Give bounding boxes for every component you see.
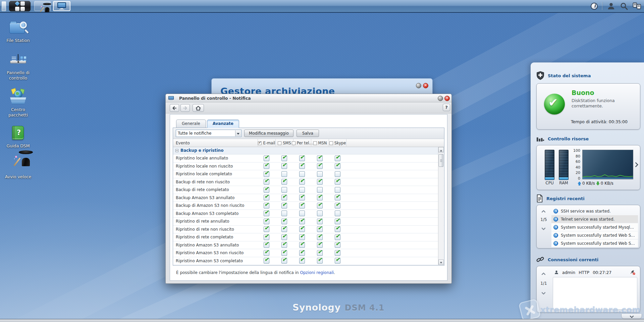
widgets-icon[interactable] bbox=[633, 2, 641, 10]
back-button[interactable] bbox=[170, 104, 179, 112]
desktop-icon-package-center[interactable]: Centro pacchetti bbox=[1, 89, 36, 118]
event-checkbox-checked[interactable] bbox=[264, 226, 269, 232]
event-checkbox-checked[interactable] bbox=[281, 179, 287, 185]
event-checkbox-checked[interactable] bbox=[281, 219, 287, 224]
notification-filter-select[interactable]: Tutte le notifiche bbox=[176, 130, 241, 137]
desktop-icon-control-panel[interactable]: Pannello di controllo bbox=[1, 54, 36, 81]
tab-generale[interactable]: Generale bbox=[176, 120, 206, 128]
event-checkbox-checked[interactable] bbox=[299, 234, 305, 240]
event-checkbox-checked[interactable] bbox=[335, 226, 340, 232]
event-checkbox-checked[interactable] bbox=[264, 211, 269, 216]
collapse-group-icon[interactable] bbox=[175, 149, 178, 152]
main-menu-button[interactable] bbox=[9, 1, 31, 11]
event-checkbox-unchecked[interactable] bbox=[335, 211, 340, 216]
event-checkbox-checked[interactable] bbox=[264, 242, 269, 248]
event-checkbox-checked[interactable] bbox=[264, 195, 269, 200]
event-checkbox-checked[interactable] bbox=[264, 219, 269, 224]
log-entry[interactable]: SSH service was started. bbox=[551, 207, 638, 215]
channel-column-header[interactable]: MSN bbox=[311, 139, 329, 147]
event-checkbox-checked[interactable] bbox=[317, 163, 323, 169]
event-checkbox-checked[interactable] bbox=[317, 179, 323, 185]
desktop-icon-quick-start[interactable]: Avvio veloce bbox=[1, 156, 36, 180]
event-checkbox-unchecked[interactable] bbox=[317, 171, 323, 177]
event-checkbox-checked[interactable] bbox=[264, 187, 269, 193]
scroll-down-icon[interactable] bbox=[438, 260, 444, 265]
channel-checkbox[interactable] bbox=[329, 141, 333, 145]
event-checkbox-checked[interactable] bbox=[335, 219, 340, 224]
connection-row[interactable]: admin HTTP 00:27:27 bbox=[554, 269, 635, 276]
event-checkbox-checked[interactable] bbox=[335, 203, 340, 209]
save-button[interactable]: Salva bbox=[297, 130, 319, 137]
page-down-icon[interactable] bbox=[541, 290, 546, 295]
event-checkbox-checked[interactable] bbox=[299, 195, 305, 200]
event-checkbox-checked[interactable] bbox=[317, 155, 323, 161]
event-checkbox-unchecked[interactable] bbox=[317, 187, 323, 193]
close-button[interactable] bbox=[423, 83, 428, 88]
event-checkbox-checked[interactable] bbox=[281, 242, 287, 248]
event-checkbox-unchecked[interactable] bbox=[317, 211, 323, 216]
log-entry[interactable]: System successfully started Mysql... bbox=[551, 223, 638, 231]
event-checkbox-checked[interactable] bbox=[264, 163, 269, 169]
user-icon[interactable] bbox=[607, 2, 615, 10]
event-checkbox-checked[interactable] bbox=[281, 226, 287, 232]
event-checkbox-checked[interactable] bbox=[299, 250, 305, 256]
channel-checkbox[interactable] bbox=[292, 141, 296, 145]
event-checkbox-unchecked[interactable] bbox=[335, 187, 340, 193]
event-checkbox-checked[interactable] bbox=[335, 195, 340, 200]
event-checkbox-checked[interactable] bbox=[317, 203, 323, 209]
event-checkbox-checked[interactable] bbox=[264, 258, 269, 264]
event-checkbox-checked[interactable] bbox=[317, 250, 323, 256]
channel-column-header[interactable]: Per tel... bbox=[293, 139, 311, 147]
page-up-icon[interactable] bbox=[541, 272, 546, 277]
event-checkbox-checked[interactable] bbox=[317, 242, 323, 248]
event-checkbox-checked[interactable] bbox=[299, 155, 305, 161]
event-checkbox-unchecked[interactable] bbox=[299, 187, 305, 193]
event-checkbox-checked[interactable] bbox=[335, 155, 340, 161]
event-checkbox-unchecked[interactable] bbox=[299, 211, 305, 216]
scrollbar-thumb[interactable] bbox=[439, 154, 443, 167]
home-button[interactable] bbox=[193, 104, 204, 112]
event-checkbox-checked[interactable] bbox=[264, 155, 269, 161]
event-checkbox-unchecked[interactable] bbox=[281, 211, 287, 216]
event-checkbox-checked[interactable] bbox=[335, 250, 340, 256]
close-button[interactable] bbox=[444, 96, 450, 101]
desktop-icon-dsm-help[interactable]: Guida DSM bbox=[1, 126, 36, 149]
minimize-button[interactable] bbox=[438, 96, 443, 101]
disconnect-icon[interactable] bbox=[630, 270, 635, 275]
channel-checkbox[interactable] bbox=[278, 141, 281, 145]
event-checkbox-checked[interactable] bbox=[281, 195, 287, 200]
chevron-down-icon[interactable] bbox=[235, 130, 241, 136]
event-checkbox-unchecked[interactable] bbox=[299, 171, 305, 177]
channel-column-header[interactable]: Skype bbox=[329, 139, 346, 147]
log-entry[interactable]: System successfully started Web S... bbox=[551, 231, 638, 239]
channel-column-header[interactable]: E-mail bbox=[258, 139, 275, 147]
page-up-icon[interactable] bbox=[541, 210, 546, 214]
show-desktop-button[interactable] bbox=[2, 1, 6, 11]
event-checkbox-checked[interactable] bbox=[264, 250, 269, 256]
event-checkbox-checked[interactable] bbox=[264, 203, 269, 209]
edit-message-button[interactable]: Modifica messaggio bbox=[244, 130, 293, 137]
log-entry[interactable]: System successfully started Web S... bbox=[551, 239, 638, 247]
event-checkbox-checked[interactable] bbox=[299, 163, 305, 169]
event-checkbox-checked[interactable] bbox=[335, 242, 340, 248]
event-checkbox-checked[interactable] bbox=[264, 179, 269, 185]
regional-options-link[interactable]: Opzioni regionali bbox=[300, 270, 334, 275]
event-checkbox-checked[interactable] bbox=[299, 258, 305, 264]
tab-avanzate[interactable]: Avanzate bbox=[207, 120, 239, 128]
event-checkbox-checked[interactable] bbox=[299, 203, 305, 209]
event-checkbox-checked[interactable] bbox=[264, 171, 269, 177]
event-checkbox-checked[interactable] bbox=[281, 234, 287, 240]
event-checkbox-checked[interactable] bbox=[281, 155, 287, 161]
event-checkbox-checked[interactable] bbox=[317, 258, 323, 264]
event-checkbox-checked[interactable] bbox=[335, 163, 340, 169]
event-checkbox-checked[interactable] bbox=[281, 163, 287, 169]
channel-column-header[interactable]: SMS bbox=[275, 139, 293, 147]
event-checkbox-checked[interactable] bbox=[317, 226, 323, 232]
event-checkbox-checked[interactable] bbox=[335, 234, 340, 240]
desktop-icon-file-station[interactable]: File Station bbox=[1, 21, 36, 43]
event-checkbox-checked[interactable] bbox=[299, 219, 305, 224]
event-checkbox-checked[interactable] bbox=[317, 195, 323, 200]
info-icon[interactable] bbox=[591, 3, 598, 10]
channel-checkbox[interactable] bbox=[258, 141, 262, 145]
minimize-button[interactable] bbox=[416, 83, 421, 88]
